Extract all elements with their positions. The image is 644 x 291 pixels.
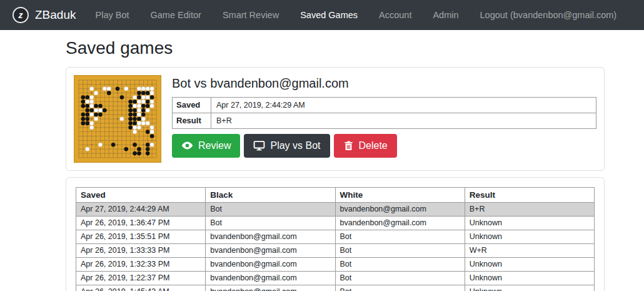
delete-button-label: Delete	[359, 140, 388, 151]
info-label-result: Result	[173, 113, 211, 128]
col-header-white: White	[335, 187, 465, 202]
cell-white: bvandenbon@gmail.com	[335, 202, 465, 216]
cell-result: Unknown	[465, 285, 594, 291]
cell-white: Bot	[335, 285, 465, 291]
cell-result: Unknown	[465, 216, 594, 230]
play-vs-bot-button[interactable]: Play vs Bot	[244, 134, 330, 158]
col-header-result: Result	[465, 187, 594, 202]
table-row[interactable]: Apr 27, 2019, 2:44:29 AM Bot bvandenbon@…	[76, 202, 595, 216]
cell-result: Unknown	[465, 257, 594, 271]
cell-black: bvandenbon@gmail.com	[206, 243, 335, 257]
cell-saved: Apr 27, 2019, 2:44:29 AM	[76, 202, 206, 216]
cell-saved: Apr 26, 2019, 1:35:51 PM	[76, 230, 206, 243]
brand-zbaduk[interactable]: ZBaduk	[35, 8, 76, 22]
navbar: z ZBaduk Play Bot Game Editor Smart Revi…	[0, 0, 644, 30]
review-button[interactable]: Review	[172, 134, 240, 158]
main-content: Saved games Bot vs bvandenbon@gmail.com …	[66, 38, 605, 291]
monitor-icon	[253, 140, 265, 151]
table-header-row: Saved Black White Result	[76, 187, 595, 202]
cell-result: Unknown	[465, 271, 594, 285]
selected-game-card: Bot vs bvandenbon@gmail.com Saved Apr 27…	[66, 67, 605, 171]
nav-item-account[interactable]: Account	[373, 10, 417, 20]
cell-result: W+R	[465, 243, 594, 257]
cell-result: Unknown	[465, 230, 594, 243]
play-vs-bot-button-label: Play vs Bot	[270, 140, 320, 151]
table-row[interactable]: Apr 26, 2019, 1:45:43 AM bvandenbon@gmai…	[76, 285, 595, 291]
cell-white: Bot	[335, 230, 465, 243]
cell-saved: Apr 26, 2019, 1:45:43 AM	[76, 285, 206, 291]
cell-black: bvandenbon@gmail.com	[206, 230, 335, 243]
cell-black: Bot	[206, 202, 335, 216]
selected-game-details: Bot vs bvandenbon@gmail.com Saved Apr 27…	[172, 75, 596, 163]
info-value-result: B+R	[211, 113, 596, 128]
col-header-black: Black	[206, 187, 335, 202]
info-value-saved: Apr 27, 2019, 2:44:29 AM	[211, 97, 596, 113]
table-row[interactable]: Apr 26, 2019, 1:35:51 PM bvandenbon@gmai…	[76, 230, 595, 243]
go-board-thumbnail	[74, 75, 161, 163]
cell-white: bvandenbon@gmail.com	[335, 216, 465, 230]
cell-black: bvandenbon@gmail.com	[206, 285, 335, 291]
cell-saved: Apr 26, 2019, 1:22:37 PM	[76, 271, 206, 285]
table-row[interactable]: Apr 26, 2019, 1:22:37 PM bvandenbon@gmai…	[76, 271, 595, 285]
col-header-saved: Saved	[76, 187, 206, 202]
info-label-saved: Saved	[173, 97, 211, 113]
cell-saved: Apr 26, 2019, 1:32:33 PM	[76, 257, 206, 271]
info-row-saved: Saved Apr 27, 2019, 2:44:29 AM	[173, 97, 596, 113]
info-row-result: Result B+R	[173, 113, 596, 128]
cell-result: B+R	[465, 202, 594, 216]
cell-black: bvandenbon@gmail.com	[206, 271, 335, 285]
eye-icon	[181, 140, 193, 151]
cell-white: Bot	[335, 271, 465, 285]
nav-item-saved-games[interactable]: Saved Games	[294, 10, 363, 20]
game-info-table: Saved Apr 27, 2019, 2:44:29 AM Result B+…	[172, 97, 596, 129]
nav-item-game-editor[interactable]: Game Editor	[144, 10, 206, 20]
nav-item-smart-review[interactable]: Smart Review	[217, 10, 284, 20]
game-title: Bot vs bvandenbon@gmail.com	[172, 76, 596, 91]
page-title: Saved games	[66, 38, 605, 59]
cell-saved: Apr 26, 2019, 1:36:47 PM	[76, 216, 206, 230]
cell-black: Bot	[206, 216, 335, 230]
trash-icon	[343, 140, 354, 151]
cell-white: Bot	[335, 243, 465, 257]
delete-button[interactable]: Delete	[334, 134, 397, 158]
table-row[interactable]: Apr 26, 2019, 1:36:47 PM Bot bvandenbon@…	[76, 216, 595, 230]
table-row[interactable]: Apr 26, 2019, 1:33:33 PM bvandenbon@gmai…	[76, 243, 595, 257]
nav-item-admin[interactable]: Admin	[427, 10, 464, 20]
nav-item-logout[interactable]: Logout (bvandenbon@gmail.com)	[475, 10, 623, 20]
zbaduk-logo-icon: z	[13, 7, 29, 23]
cell-black: bvandenbon@gmail.com	[206, 257, 335, 271]
cell-white: Bot	[335, 257, 465, 271]
cell-saved: Apr 26, 2019, 1:33:33 PM	[76, 243, 206, 257]
action-buttons: Review Play vs Bot	[172, 134, 596, 158]
review-button-label: Review	[198, 140, 231, 151]
table-row[interactable]: Apr 26, 2019, 1:32:33 PM bvandenbon@gmai…	[76, 257, 595, 271]
nav-item-play-bot[interactable]: Play Bot	[89, 10, 134, 20]
games-table-card: Saved Black White Result Apr 27, 2019, 2…	[66, 177, 605, 291]
nav-links: Play Bot Game Editor Smart Review Saved …	[84, 10, 627, 20]
saved-games-table: Saved Black White Result Apr 27, 2019, 2…	[76, 187, 595, 291]
